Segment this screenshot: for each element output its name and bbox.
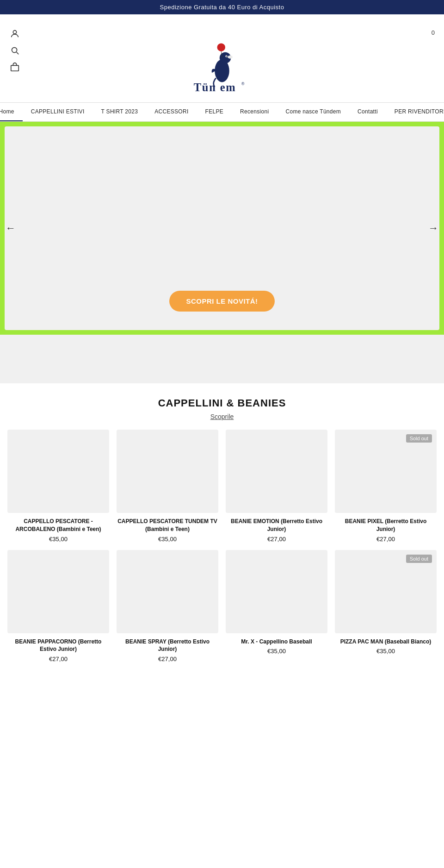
product-price: €27,00 [117, 656, 218, 662]
list-item[interactable]: Sold out BEANIE PIXEL (Berretto Estivo J… [335, 430, 437, 543]
svg-text:®: ® [241, 81, 245, 86]
logo[interactable]: Tün em ® [185, 24, 259, 98]
nav-item-felpe[interactable]: FELPE [197, 103, 232, 121]
section-link[interactable]: Scoprile [0, 413, 444, 420]
discover-button[interactable]: SCOPRI LE NOVITÁ! [169, 291, 274, 312]
list-item[interactable]: CAPPELLO PESCATORE TUNDEM TV (Bambini e … [117, 430, 218, 543]
product-image [226, 550, 327, 633]
list-item[interactable]: BEANIE EMOTION (Berretto Estivo Junior) … [226, 430, 327, 543]
svg-point-0 [13, 31, 16, 34]
nav-item-cappellini[interactable]: CAPPELLINI ESTIVI [23, 103, 93, 121]
product-image [117, 430, 218, 513]
banner-text: Spedizione Gratuita da 40 Euro di Acquis… [160, 4, 284, 11]
product-name: BEANIE SPRAY (Berretto Estivo Junior) [117, 638, 218, 654]
bag-icon[interactable] [9, 62, 20, 73]
main-nav: Home CAPPELLINI ESTIVI T SHIRT 2023 ACCE… [0, 102, 444, 122]
cart-area: 0 [432, 28, 435, 36]
svg-point-8 [226, 56, 227, 56]
product-image [117, 550, 218, 633]
product-image: Sold out [335, 430, 437, 513]
svg-text:Tün: Tün [194, 81, 216, 94]
product-price: €27,00 [226, 536, 327, 543]
nav-item-recensioni[interactable]: Recensioni [232, 103, 277, 121]
product-name: BEANIE EMOTION (Berretto Estivo Junior) [226, 518, 327, 533]
nav-item-tshirt[interactable]: T SHIRT 2023 [93, 103, 147, 121]
product-name: CAPPELLO PESCATORE - ARCOBALENO (Bambini… [7, 518, 109, 533]
svg-line-2 [17, 52, 19, 55]
nav-item-accessori[interactable]: ACCESSORI [146, 103, 197, 121]
slider-next-button[interactable]: → [424, 218, 443, 239]
hero-slide: SCOPRI LE NOVITÁ! [5, 126, 439, 330]
secondary-banner [0, 335, 444, 383]
search-icon[interactable] [9, 45, 20, 56]
list-item[interactable]: Mr. X - Cappellino Baseball €35,00 [226, 550, 327, 663]
product-image [7, 430, 109, 513]
product-image: Sold out [335, 550, 437, 633]
account-icon[interactable] [9, 28, 20, 39]
product-image [226, 430, 327, 513]
svg-rect-3 [11, 65, 19, 71]
product-price: €35,00 [226, 648, 327, 655]
list-item[interactable]: Sold out PIZZA PAC MAN (Baseball Bianco)… [335, 550, 437, 663]
product-name: CAPPELLO PESCATORE TUNDEM TV (Bambini e … [117, 518, 218, 533]
nav-item-contatti[interactable]: Contatti [349, 103, 386, 121]
product-name: BEANIE PIXEL (Berretto Estivo Junior) [335, 518, 437, 533]
product-price: €35,00 [335, 648, 437, 655]
list-item[interactable]: CAPPELLO PESCATORE - ARCOBALENO (Bambini… [7, 430, 109, 543]
list-item[interactable]: BEANIE SPRAY (Berretto Estivo Junior) €2… [117, 550, 218, 663]
nav-item-home[interactable]: Home [0, 103, 23, 121]
header: Tün em ® 0 [0, 14, 444, 102]
hero-section: SCOPRI LE NOVITÁ! ← → [0, 122, 444, 335]
sold-out-badge: Sold out [406, 555, 432, 563]
product-name: PIZZA PAC MAN (Baseball Bianco) [335, 638, 437, 646]
svg-point-9 [217, 43, 226, 51]
section-title: CAPPELLINI & BEANIES [0, 397, 444, 409]
svg-text:em: em [220, 81, 236, 94]
nav-item-come-nasce[interactable]: Come nasce Tündem [277, 103, 349, 121]
sold-out-badge: Sold out [406, 434, 432, 443]
list-item[interactable]: BEANIE PAPPACORNO (Berretto Estivo Junio… [7, 550, 109, 663]
nav-item-rivenditori[interactable]: PER RIVENDITORI [386, 103, 444, 121]
product-price: €35,00 [117, 536, 218, 543]
product-price: €27,00 [7, 656, 109, 662]
product-name: Mr. X - Cappellino Baseball [226, 638, 327, 646]
svg-point-6 [228, 56, 233, 59]
product-price: €27,00 [335, 536, 437, 543]
product-grid: CAPPELLO PESCATORE - ARCOBALENO (Bambini… [0, 430, 444, 676]
slider-prev-button[interactable]: ← [1, 218, 20, 239]
top-banner: Spedizione Gratuita da 40 Euro di Acquis… [0, 0, 444, 14]
product-price: €35,00 [7, 536, 109, 543]
svg-point-1 [12, 48, 17, 53]
header-icons [9, 28, 20, 73]
cart-count: 0 [432, 29, 435, 36]
product-image [7, 550, 109, 633]
product-name: BEANIE PAPPACORNO (Berretto Estivo Junio… [7, 638, 109, 654]
